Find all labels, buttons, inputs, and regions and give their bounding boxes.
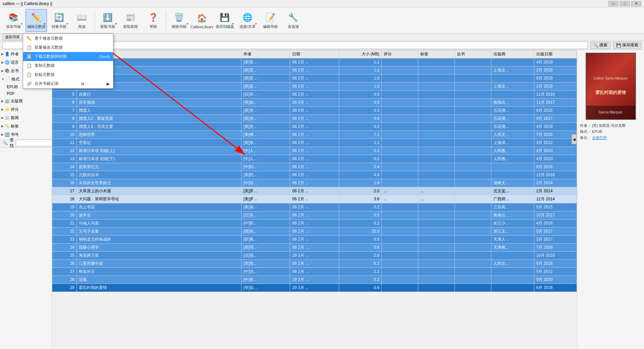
table-row[interactable]: 6百年孤独[哥]加...29 3月 ...0.5南海出...11月 2017 <box>52 98 577 106</box>
table-row[interactable]: 7摆渡人[英]克...29 3月 ...0.3百花洲...6月 2015 <box>52 106 577 114</box>
table-row[interactable]: 2...[英]亚...06 2月 ...1.1上海文...2月 2019 <box>52 66 577 74</box>
table-row[interactable]: 12标准日本语 初级(上)[中]人...06 2月 ...0.2人民教...4月… <box>52 147 577 155</box>
table-cell: 恐怖世界 <box>76 131 241 139</box>
path-label: 备位： <box>580 136 591 140</box>
save-search-label: 保存搜索 <box>622 42 638 48</box>
table-cell: 06 2月 ... <box>290 58 339 66</box>
sidebar-header-rating[interactable]: ▶ ⭐ 评分 <box>0 105 52 114</box>
table-row[interactable]: 1...[英]亚...06 2月 ...1.14月 2019 <box>52 58 577 66</box>
table-cell: 06 2月 ... <box>290 131 339 139</box>
menu-copy-meta[interactable]: 📋 复制元数据 <box>23 61 113 70</box>
table-row[interactable]: 29霍乱时期的爱情[哥]加...29 3月 ...0.66月 2018 <box>52 284 577 292</box>
table-row[interactable]: 20放学后[日]东...06 2月 ...0.5南海出...10月 2017 <box>52 211 577 219</box>
table-row[interactable]: 27鲜血对王[中]沈...06 2月 ...1.15月 2012 <box>52 267 577 276</box>
table-row[interactable]: 11空形记[英]东...06 2月 ...1.1上海泽...3月 2012 <box>52 139 577 147</box>
close-button[interactable]: ✕ <box>631 1 641 6</box>
minimize-button[interactable]: — <box>608 1 619 6</box>
table-cell: 15 <box>52 171 77 179</box>
table-row[interactable]: 14超新星纪元[中]刘...06 2月 ...0.48月 2016 <box>52 163 577 171</box>
sidebar-header-news[interactable]: ▶ 📰 新闻 <box>0 114 52 122</box>
table-row[interactable]: 9摆渡人3：无境之爱[英]克...06 2月 ...0.2百花洲...4月 20… <box>52 122 577 131</box>
table-row[interactable]: 23钢铁是怎样炼成的[苏]奥...06 2月 ...0.5天津人...2月 20… <box>52 235 577 243</box>
toolbar: 📚 添加书籍 ▼ ✏️ 编辑元数据 ▼ 🔄 转换书籍 ▼ 📖 阅读 ⬇️ 获取书… <box>0 7 644 34</box>
read-button[interactable]: 📖 阅读 <box>71 9 93 32</box>
table-row[interactable]: 8摆渡人2：重返荒原[英]克...06 2月 ...0.6百花洲...9月 20… <box>52 114 577 122</box>
col-header-tags[interactable]: 标签 <box>418 50 455 58</box>
table-cell: 摆渡人3：无境之爱 <box>76 122 241 131</box>
table-row[interactable]: 28活着[中]余...19 3月 ...0.29月 2020 <box>52 276 577 284</box>
table-row[interactable]: 24怪癖心理学[英]理...06 2月 ...0.6天津教...7月 2009 <box>52 243 577 251</box>
menu-bulk-edit[interactable]: 📋 批量修改元数据 <box>23 43 113 52</box>
table-cell: 06 2月 ... <box>290 163 339 171</box>
table-cell: 天津人... <box>491 235 534 243</box>
menu-paste-meta[interactable]: 📋 粘贴元数据 <box>23 70 113 79</box>
help-button[interactable]: ❓ 帮助 <box>143 9 164 32</box>
table-cell: 7月 2009 <box>534 243 577 251</box>
table-row[interactable]: 25海底两万里[法]儒...29 3月 ...2.010月 2018 <box>52 251 577 259</box>
collapse-panel-button[interactable]: ◀ <box>572 134 577 144</box>
table-row[interactable]: 5自夜行[日]东...06 2月 ...0.511月 2010 <box>52 90 577 98</box>
library-button[interactable]: 🏠 CalibreLibrary <box>191 9 213 32</box>
sidebar-header-booknum[interactable]: ▶ 🔢 书号 <box>0 131 52 139</box>
table-cell <box>382 66 418 74</box>
copy-meta-label: 复制元数据 <box>35 63 55 68</box>
table-row[interactable]: 15沉默的羔羊[美]托...06 2月 ...4.412月 2018 <box>52 171 577 179</box>
books-table: # 书名 作者 日期 大小 (MB) 评分 标签 丛书 出版商 出版日期 <box>52 50 577 292</box>
table-cell <box>455 203 491 211</box>
menu-single-edit[interactable]: ✏️ 逐个修改元数据 <box>23 34 113 43</box>
table-row[interactable]: 21勾魂人马座[中]郑...06 2月 ...0.2长江少...4月 2016 <box>52 219 577 227</box>
table-cell: 9月 2017 <box>534 114 577 122</box>
prefs-button[interactable]: 🔧 首选项 <box>282 9 304 32</box>
menu-download[interactable]: ⬇️ 下载元数据和封面 Ctrl+D <box>23 52 113 61</box>
search-button[interactable]: 🔍 搜索 <box>590 42 610 49</box>
edit-book-label: 编辑书籍 <box>263 24 278 29</box>
table-cell <box>382 219 418 227</box>
sidebar-header-tags[interactable]: ▶ 🏷️ 标签 <box>0 122 52 131</box>
table-cell: 霍乱时期的爱情 <box>76 284 241 292</box>
sidebar-item-pdf[interactable]: PDF <box>0 90 52 97</box>
col-header-size[interactable]: 大小 (MB) <box>339 50 381 58</box>
sidebar-author-label: 作者 <box>11 51 19 57</box>
table-cell: 百花洲... <box>491 122 534 131</box>
col-header-author[interactable]: 作者 <box>241 50 290 58</box>
table-cell: [德]埃... <box>241 227 290 235</box>
path-link[interactable]: 点击打开 <box>592 136 607 140</box>
table-row[interactable]: 16从你的全世界路过[中]张...06 2月 ...1.9湖南文...2月 20… <box>52 179 577 187</box>
col-header-pubdate[interactable]: 出版日期 <box>534 50 577 58</box>
table-row[interactable]: 4300![英]亚...06 2月 ...1.0上海文...2月 2019 <box>52 82 577 90</box>
col-header-rating[interactable]: 评分 <box>382 50 418 58</box>
convert-button[interactable]: 🔄 转换书籍 ▼ <box>48 9 70 32</box>
virtual-library-button[interactable]: 虚拟书库 <box>3 34 22 40</box>
table-cell: 2.0 <box>339 251 381 259</box>
save-disk-button[interactable]: 💾 保存到磁盘 ▼ <box>214 9 235 32</box>
table-row[interactable]: 22父与子全集[德]埃...06 2月 ...15.0浙江文...5月 2017 <box>52 227 577 235</box>
sidebar-header-publisher[interactable]: ▶ 🏢 出版商 <box>0 97 52 105</box>
add-icon: 📚 <box>7 11 19 23</box>
sidebar-section-publisher: ▶ 🏢 出版商 <box>0 97 52 105</box>
col-header-publisher[interactable]: 出版商 <box>491 50 534 58</box>
table-row[interactable]: 10恐怖世界[美]维...06 2月 ...7.1人民文...7月 2015 <box>52 131 577 139</box>
table-row[interactable]: 17大草原上的小木屋[美]罗...06 2月 ...2.0......北京蓝..… <box>52 187 577 195</box>
save-search-button[interactable]: 💾 保存搜索 <box>613 42 641 49</box>
col-header-date[interactable]: 日期 <box>290 50 339 58</box>
table-cell: 摆渡人2：重返荒原 <box>76 114 241 122</box>
edit-book-button[interactable]: 📝 编辑书籍 <box>260 9 281 32</box>
add-books-button[interactable]: 📚 添加书籍 ▼ <box>3 9 24 32</box>
find-input[interactable] <box>16 140 52 146</box>
col-header-series[interactable]: 丛书 <box>455 50 491 58</box>
edit-metadata-button[interactable]: ✏️ 编辑元数据 ▼ <box>25 9 47 32</box>
table-cell: 1.0 <box>339 82 381 90</box>
table-row[interactable]: 19岛上书店[美]加...06 2月 ...0.2江苏凤...5月 2015 <box>52 203 577 211</box>
fetch-news-button[interactable]: 📰 抓取新闻 <box>120 9 141 32</box>
table-row[interactable]: 13标准日本语 初级(下)[中]人...06 2月 ...0.2人民教...4月… <box>52 155 577 163</box>
table-row[interactable]: 26江星照耀中国[美]埃...06 2月 ...6.2人民文...6月 2016 <box>52 259 577 267</box>
table-cell <box>418 122 455 131</box>
maximize-button[interactable]: □ <box>620 1 630 6</box>
table-row[interactable]: 3...[英]亚...06 2月 ...1.06月 2019 <box>52 74 577 82</box>
fetch-books-button[interactable]: ⬇️ 获取书籍 ▼ <box>97 9 118 32</box>
remove-button[interactable]: 🗑️ 移除书籍 ▼ <box>168 9 190 32</box>
pdf-label: PDF <box>7 91 15 96</box>
menu-merge[interactable]: 🔗 合并书籍记录 M ▶ <box>23 79 113 88</box>
connect-button[interactable]: 🌐 连接/共享 ▼ <box>237 9 258 32</box>
table-row[interactable]: 18大问题：简明哲学导论[美]罗...06 2月 ...3.8......广西师… <box>52 195 577 203</box>
